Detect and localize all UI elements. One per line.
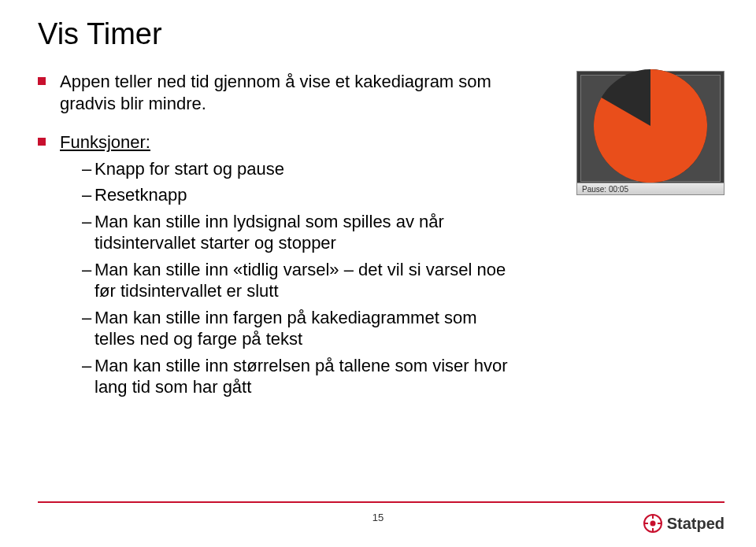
sub-bullet-text: Man kan stille inn «tidlig varsel» – det… [94,259,510,302]
sub-bullet-text: Man kan stille inn fargen på kakediagram… [94,307,510,350]
svg-point-2 [650,521,655,527]
dash-icon: – [82,307,94,350]
timer-widget: Pause: 00:05 [576,71,724,195]
bullet-level2: – Man kan stille inn «tidlig varsel» – d… [82,259,510,302]
pie-chart-icon [591,67,710,185]
status-label: Pause: [582,185,606,194]
bullet-level2: – Man kan stille inn lydsignal som spill… [82,211,510,254]
slide: Vis Timer Appen teller ned tid gjennom å… [0,0,756,547]
sub-bullet-text: Man kan stille inn lydsignal som spilles… [94,211,510,254]
dash-icon: – [82,259,94,302]
page-title: Vis Timer [38,17,162,51]
sub-bullet-text: Knapp for start og pause [94,158,284,180]
bullet-level2: – Man kan stille inn størrelsen på talle… [82,355,510,398]
sub-bullet-text: Man kan stille inn størrelsen på tallene… [94,355,510,398]
dash-icon: – [82,211,94,254]
sub-bullet-text: Resetknapp [94,184,187,206]
sub-list: – Knapp for start og pause – Resetknapp … [82,158,510,398]
bullet-level2: – Knapp for start og pause [82,158,510,180]
brand-logo: Statped [643,514,724,533]
bullet-text: Appen teller ned tid gjennom å vise et k… [60,71,510,114]
bullet-level1: Appen teller ned tid gjennom å vise et k… [38,71,510,114]
body-content: Appen teller ned tid gjennom å vise et k… [38,71,510,420]
logo-icon [643,514,662,533]
timer-status-bar: Pause: 00:05 [577,183,724,194]
bullet-square-icon [38,77,46,85]
timer-widget-inner [580,75,721,182]
bullet-level2: – Resetknapp [82,184,510,206]
dash-icon: – [82,355,94,398]
bullet-text: Funksjoner: [60,132,150,152]
bullet-level2: – Man kan stille inn fargen på kakediagr… [82,307,510,350]
bullet-square-icon [38,138,46,146]
footer-divider [38,501,724,503]
status-time: 00:05 [609,185,628,194]
brand-name: Statped [667,515,724,533]
dash-icon: – [82,158,94,180]
dash-icon: – [82,184,94,206]
bullet-level1: Funksjoner: – Knapp for start og pause –… [38,131,510,403]
